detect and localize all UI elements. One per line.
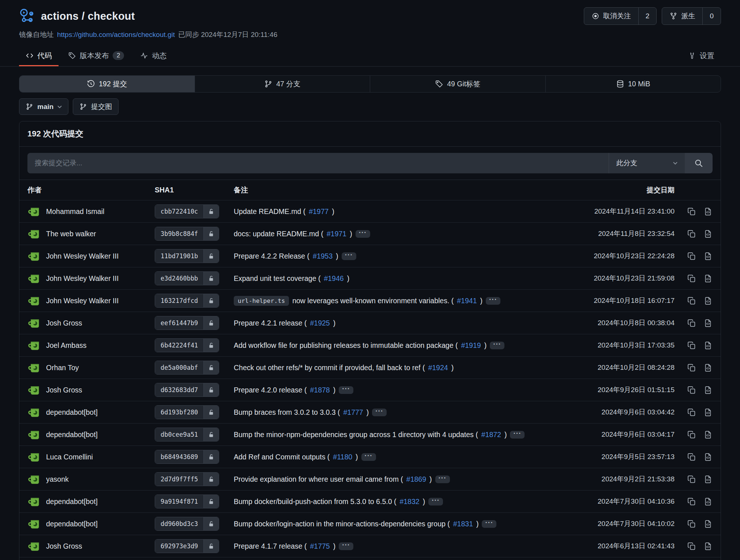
commit-graph-button[interactable]: 提交图 <box>73 98 119 115</box>
commit-message[interactable]: Expand unit test coverage ( <box>234 274 320 283</box>
commit-message[interactable]: Prepare 4.1.7 release ( <box>234 542 307 550</box>
commit-author-name[interactable]: Luca Comellini <box>46 453 93 461</box>
commit-author-name[interactable]: John Wesley Walker III <box>46 252 119 260</box>
expand-commit-button[interactable]: ··· <box>486 297 500 305</box>
commit-sha-badge[interactable]: db0cee9a51 <box>155 428 219 441</box>
expand-commit-button[interactable]: ··· <box>435 476 450 483</box>
commit-message[interactable]: Bump braces from 3.0.2 to 3.0.3 ( <box>234 408 340 417</box>
commit-author-name[interactable]: Josh Gross <box>46 542 82 550</box>
tab-activity[interactable]: 动态 <box>134 46 173 66</box>
view-source-at-commit-icon[interactable] <box>703 229 713 238</box>
copy-sha-icon[interactable] <box>687 252 696 261</box>
commit-sha[interactable]: 6d193bf280 <box>155 406 203 419</box>
commit-pr-link[interactable]: #1919 <box>461 341 481 350</box>
commit-message[interactable]: Bump docker/build-push-action from 5.3.0… <box>234 497 396 506</box>
view-source-at-commit-icon[interactable] <box>703 386 713 395</box>
expand-commit-button[interactable]: ··· <box>361 453 376 461</box>
copy-sha-icon[interactable] <box>687 430 696 439</box>
commit-pr-link[interactable]: #1872 <box>481 431 501 439</box>
commit-sha-badge[interactable]: 6d193bf280 <box>155 405 219 419</box>
commit-pr-link[interactable]: #1925 <box>310 319 330 327</box>
unwatch-button[interactable]: 取消关注 2 <box>584 7 657 25</box>
expand-commit-button[interactable]: ··· <box>372 409 387 416</box>
copy-sha-icon[interactable] <box>687 341 696 350</box>
commit-author-name[interactable]: dependabot[bot] <box>46 497 98 506</box>
copy-sha-icon[interactable] <box>687 274 696 283</box>
tab-code[interactable]: 代码 <box>19 46 59 66</box>
commit-message[interactable]: now leverages well-known environment var… <box>292 297 454 305</box>
expand-commit-button[interactable]: ··· <box>490 342 504 349</box>
commit-author-avatar[interactable] <box>27 406 41 419</box>
commit-message[interactable]: Check out other refs/* by commit if prov… <box>234 364 425 372</box>
commit-sha[interactable]: dd960bd3c3 <box>155 517 203 530</box>
forks-count[interactable]: 0 <box>702 8 721 25</box>
watchers-count[interactable]: 2 <box>638 8 657 25</box>
commit-pr-link[interactable]: #1832 <box>399 497 419 506</box>
search-button[interactable] <box>685 153 713 173</box>
commit-message[interactable]: Prepare 4.2.1 release ( <box>234 319 307 327</box>
commit-message[interactable]: docs: update README.md ( <box>234 230 323 238</box>
commit-pr-link[interactable]: #1941 <box>457 297 477 305</box>
commit-pr-link[interactable]: #1971 <box>327 230 346 238</box>
commit-author-avatar[interactable] <box>27 294 41 308</box>
commit-author-name[interactable]: The web walker <box>46 230 96 238</box>
view-source-at-commit-icon[interactable] <box>703 430 713 439</box>
view-source-at-commit-icon[interactable] <box>703 519 713 529</box>
copy-sha-icon[interactable] <box>687 207 696 216</box>
view-source-at-commit-icon[interactable] <box>703 452 713 462</box>
commit-pr-link[interactable]: #1180 <box>333 453 352 461</box>
commit-author-avatar[interactable] <box>27 316 41 330</box>
branch-scope-dropdown[interactable]: 此分支 <box>609 153 685 173</box>
expand-commit-button[interactable]: ··· <box>510 431 525 439</box>
copy-sha-icon[interactable] <box>687 363 696 372</box>
commit-sha[interactable]: 3b9b8c884f <box>155 227 203 240</box>
commit-author-name[interactable]: John Wesley Walker III <box>46 274 119 283</box>
commit-sha[interactable]: 6b42224f41 <box>155 339 203 352</box>
expand-commit-button[interactable]: ··· <box>428 498 443 505</box>
commit-author-avatar[interactable] <box>27 517 41 531</box>
copy-sha-icon[interactable] <box>687 475 696 484</box>
copy-sha-icon[interactable] <box>687 229 696 238</box>
commit-sha[interactable]: b684943689 <box>155 450 203 463</box>
copy-sha-icon[interactable] <box>687 519 696 529</box>
copy-sha-icon[interactable] <box>687 319 696 328</box>
commit-author-avatar[interactable] <box>27 428 41 441</box>
commit-pr-link[interactable]: #1946 <box>324 274 343 283</box>
commit-sha-badge[interactable]: 2d7d9f7ff5 <box>155 472 219 486</box>
commit-pr-link[interactable]: #1977 <box>309 207 328 216</box>
commit-pr-link[interactable]: #1953 <box>313 252 333 260</box>
commit-sha[interactable]: cbb722410c <box>155 205 203 218</box>
commit-search-input[interactable] <box>27 153 609 173</box>
commit-sha[interactable]: 692973e3d9 <box>155 540 203 553</box>
stat-branches[interactable]: 47 分支 <box>195 76 371 92</box>
commit-sha[interactable]: e3d2460bbb <box>155 272 203 285</box>
view-source-at-commit-icon[interactable] <box>703 319 713 328</box>
stat-tags[interactable]: 49 Git标签 <box>370 76 546 92</box>
copy-sha-icon[interactable] <box>687 296 696 305</box>
fork-button[interactable]: 派生 0 <box>662 7 721 25</box>
commit-sha-badge[interactable]: e3d2460bbb <box>155 271 219 285</box>
branch-selector[interactable]: main <box>19 98 68 115</box>
expand-commit-button[interactable]: ··· <box>482 520 496 528</box>
commit-pr-link[interactable]: #1831 <box>453 520 473 528</box>
copy-sha-icon[interactable] <box>687 408 696 417</box>
view-source-at-commit-icon[interactable] <box>703 274 713 283</box>
stat-size[interactable]: 10 MiB <box>546 76 721 92</box>
commit-message[interactable]: Add workflow file for publishing release… <box>234 341 458 350</box>
commit-pr-link[interactable]: #1924 <box>428 364 448 372</box>
tab-settings[interactable]: 设置 <box>681 46 721 66</box>
commit-pr-link[interactable]: #1777 <box>343 408 363 417</box>
commit-pr-link[interactable]: #1878 <box>310 386 330 394</box>
commit-sha[interactable]: de5a000abf <box>155 361 203 374</box>
commit-sha-badge[interactable]: 9a9194f871 <box>155 495 219 508</box>
commit-sha-badge[interactable]: de5a000abf <box>155 361 219 375</box>
copy-sha-icon[interactable] <box>687 497 696 506</box>
commit-sha-badge[interactable]: 3b9b8c884f <box>155 227 219 241</box>
commit-author-name[interactable]: Josh Gross <box>46 319 82 327</box>
commit-message[interactable]: Prepare 4.2.0 release ( <box>234 386 307 394</box>
view-source-at-commit-icon[interactable] <box>703 497 713 506</box>
mirror-url-link[interactable]: https://github.com/actions/checkout.git <box>57 31 175 39</box>
commit-sha[interactable]: d632683dd7 <box>155 383 203 396</box>
commit-author-name[interactable]: John Wesley Walker III <box>46 297 119 305</box>
commit-author-name[interactable]: Josh Gross <box>46 386 82 394</box>
